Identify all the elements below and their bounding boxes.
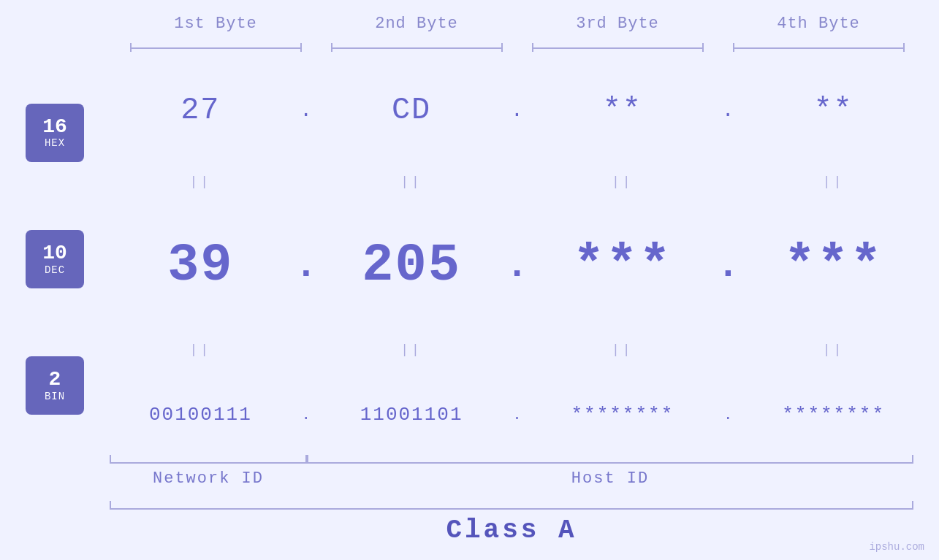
sep-row-2: || || || || [110, 342, 924, 357]
sep1-byte2: || [321, 174, 503, 189]
bin-dot3: . [713, 407, 742, 423]
dec-byte2: 205 [321, 236, 503, 296]
sep1-byte1: || [110, 174, 292, 189]
hex-dot2: . [503, 99, 532, 122]
hex-badge: 16 HEX [26, 104, 84, 162]
dec-byte4: *** [742, 236, 924, 296]
main-container: 1st Byte 2nd Byte 3rd Byte 4th Byte 16 H… [0, 0, 939, 560]
hex-byte2: CD [321, 93, 503, 128]
network-id-label: Network ID [110, 469, 307, 488]
host-id-bracket [307, 449, 913, 464]
network-id-bracket [110, 449, 307, 464]
dec-dot1: . [292, 245, 321, 288]
dec-dot2: . [503, 245, 532, 288]
watermark: ipshu.com [869, 541, 924, 553]
class-label-row: Class A [110, 510, 913, 545]
bin-number: 2 [49, 369, 61, 391]
hex-row: 27 . CD . ** . ** [110, 93, 924, 128]
byte2-header: 2nd Byte [316, 15, 517, 33]
bin-byte1: 00100111 [110, 404, 292, 426]
sep2-byte3: || [532, 342, 714, 357]
hex-byte4: ** [742, 93, 924, 128]
id-brackets [110, 449, 913, 464]
dec-label: DEC [45, 265, 65, 276]
bracket-4 [718, 40, 919, 55]
dec-byte1: 39 [110, 236, 292, 296]
bracket-1 [115, 40, 316, 55]
sep1-byte4: || [742, 174, 924, 189]
dec-dot3: . [713, 245, 742, 288]
sep1-byte3: || [532, 174, 714, 189]
bottom-area: Network ID Host ID Class A [0, 449, 939, 545]
values-grid: 27 . CD . ** . ** || || || || 39 [110, 69, 939, 449]
class-label: Class A [446, 515, 577, 545]
dec-number: 10 [42, 242, 67, 265]
byte4-header: 4th Byte [718, 15, 919, 33]
hex-label: HEX [45, 138, 65, 149]
bin-dot2: . [503, 407, 532, 423]
bin-byte4: ******** [742, 404, 924, 426]
header-brackets [115, 40, 919, 55]
dec-badge: 10 DEC [26, 230, 84, 288]
hex-dot1: . [292, 99, 321, 122]
host-id-label: Host ID [307, 469, 913, 488]
bracket-2 [316, 40, 517, 55]
bin-dot1: . [292, 407, 321, 423]
sep2-byte2: || [321, 342, 503, 357]
id-labels-row: Network ID Host ID [110, 464, 913, 488]
bin-byte3: ******** [532, 404, 714, 426]
bracket-3 [517, 40, 718, 55]
hex-byte1: 27 [110, 93, 292, 128]
hex-byte3: ** [532, 93, 714, 128]
badge-column: 16 HEX 10 DEC 2 BIN [0, 69, 110, 449]
bin-byte2: 11001101 [321, 404, 503, 426]
sep2-byte4: || [742, 342, 924, 357]
class-full-bracket [110, 495, 913, 510]
class-bracket-row [110, 495, 913, 510]
sep2-byte1: || [110, 342, 292, 357]
main-display: 16 HEX 10 DEC 2 BIN 27 . CD . ** . ** [0, 69, 939, 449]
bin-row: 00100111 . 11001101 . ******** . *******… [110, 404, 924, 426]
dec-byte3: *** [532, 236, 714, 296]
hex-dot3: . [713, 99, 742, 122]
byte-headers: 1st Byte 2nd Byte 3rd Byte 4th Byte [115, 15, 919, 33]
byte1-header: 1st Byte [115, 15, 316, 33]
bin-label: BIN [45, 391, 65, 402]
byte3-header: 3rd Byte [517, 15, 718, 33]
dec-row: 39 . 205 . *** . *** [110, 236, 924, 296]
bin-badge: 2 BIN [26, 356, 84, 415]
sep-row-1: || || || || [110, 174, 924, 189]
hex-number: 16 [42, 116, 67, 139]
